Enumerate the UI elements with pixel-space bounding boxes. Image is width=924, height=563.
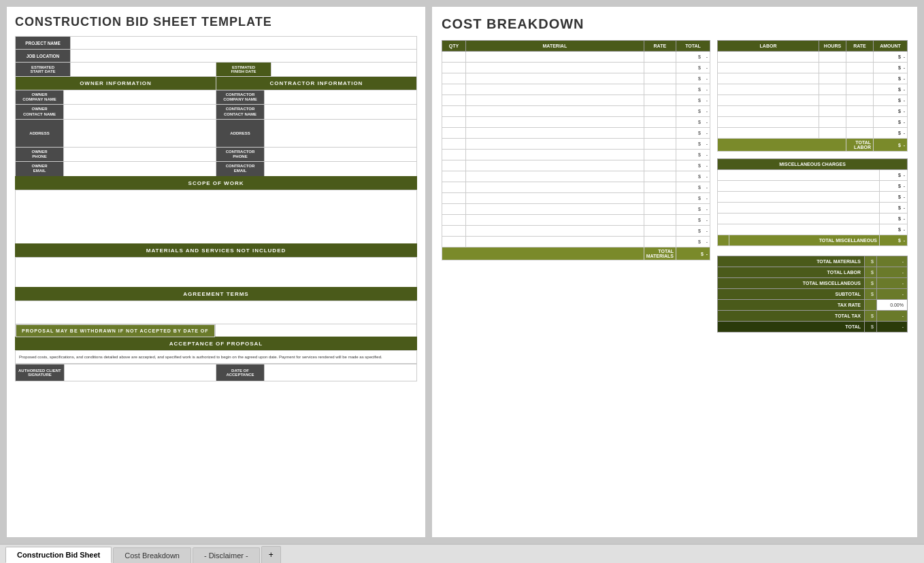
mat-material[interactable] <box>466 182 644 193</box>
misc-amount[interactable]: $ - <box>879 214 907 224</box>
mat-material[interactable] <box>466 128 644 139</box>
mat-qty[interactable] <box>442 204 466 215</box>
misc-desc[interactable] <box>718 181 880 192</box>
client-signature-value[interactable] <box>64 364 216 381</box>
labor-desc[interactable] <box>718 52 819 63</box>
mat-rate[interactable] <box>644 160 676 171</box>
labor-amount[interactable]: $ - <box>874 52 908 63</box>
mat-total[interactable]: $ - <box>676 128 710 139</box>
mat-rate[interactable] <box>644 106 676 117</box>
mat-qty[interactable] <box>442 52 466 63</box>
labor-rate[interactable] <box>846 63 874 73</box>
mat-total[interactable]: $ - <box>676 171 710 182</box>
mat-qty[interactable] <box>442 160 466 171</box>
misc-desc[interactable] <box>718 203 880 214</box>
mat-qty[interactable] <box>442 106 466 117</box>
labor-amount[interactable]: $ - <box>874 117 908 128</box>
mat-rate[interactable] <box>644 182 676 193</box>
mat-rate[interactable] <box>644 139 676 150</box>
mat-total[interactable]: $ - <box>676 150 710 160</box>
contractor-company-value[interactable] <box>264 90 416 104</box>
mat-material[interactable] <box>466 171 644 182</box>
tab-construction-bid-sheet[interactable]: Construction Bid Sheet <box>5 547 112 563</box>
mat-material[interactable] <box>466 160 644 171</box>
mat-total[interactable]: $ - <box>676 106 710 117</box>
mat-total[interactable]: $ - <box>676 139 710 150</box>
mat-qty[interactable] <box>442 63 466 73</box>
labor-amount[interactable]: $ - <box>874 84 908 95</box>
labor-desc[interactable] <box>718 106 819 117</box>
date-acceptance-value[interactable] <box>264 364 416 381</box>
mat-rate[interactable] <box>644 237 676 248</box>
labor-hours[interactable] <box>819 117 846 128</box>
mat-rate[interactable] <box>644 95 676 106</box>
tab-disclaimer[interactable]: - Disclaimer - <box>193 547 260 563</box>
labor-hours[interactable] <box>819 95 846 106</box>
mat-material[interactable] <box>466 215 644 226</box>
mat-rate[interactable] <box>644 171 676 182</box>
mat-qty[interactable] <box>442 237 466 248</box>
owner-phone-value[interactable] <box>63 148 216 161</box>
mat-total[interactable]: $ - <box>676 63 710 73</box>
mat-rate[interactable] <box>644 204 676 215</box>
mat-total[interactable]: $ - <box>676 215 710 226</box>
mat-material[interactable] <box>466 63 644 73</box>
mat-rate[interactable] <box>644 215 676 226</box>
misc-amount[interactable]: $ - <box>879 192 907 203</box>
mat-qty[interactable] <box>442 73 466 84</box>
labor-desc[interactable] <box>718 84 819 95</box>
mat-qty[interactable] <box>442 171 466 182</box>
scope-of-work-content[interactable] <box>15 190 417 244</box>
mat-rate[interactable] <box>644 193 676 204</box>
mat-total[interactable]: $ - <box>676 95 710 106</box>
mat-material[interactable] <box>466 226 644 237</box>
mat-rate[interactable] <box>644 63 676 73</box>
start-date-value[interactable] <box>70 63 216 76</box>
mat-material[interactable] <box>466 73 644 84</box>
project-name-value[interactable] <box>70 37 416 49</box>
labor-hours[interactable] <box>819 52 846 63</box>
mat-qty[interactable] <box>442 128 466 139</box>
misc-desc[interactable] <box>718 170 880 181</box>
labor-desc[interactable] <box>718 73 819 84</box>
mat-material[interactable] <box>466 52 644 63</box>
labor-hours[interactable] <box>819 106 846 117</box>
mat-material[interactable] <box>466 193 644 204</box>
contractor-contact-value[interactable] <box>264 105 416 118</box>
misc-amount[interactable]: $ - <box>879 181 907 192</box>
labor-rate[interactable] <box>846 128 874 139</box>
labor-rate[interactable] <box>846 84 874 95</box>
labor-amount[interactable]: $ - <box>874 95 908 106</box>
misc-amount[interactable]: $ - <box>879 170 907 181</box>
mat-material[interactable] <box>466 84 644 95</box>
owner-email-value[interactable] <box>63 162 216 175</box>
mat-qty[interactable] <box>442 95 466 106</box>
mat-material[interactable] <box>466 139 644 150</box>
mat-material[interactable] <box>466 150 644 160</box>
mat-total[interactable]: $ - <box>676 237 710 248</box>
tab-cost-breakdown[interactable]: Cost Breakdown <box>113 547 191 563</box>
mat-total[interactable]: $ - <box>676 160 710 171</box>
mat-material[interactable] <box>466 106 644 117</box>
mat-material[interactable] <box>466 204 644 215</box>
job-location-value[interactable] <box>70 50 416 62</box>
mat-material[interactable] <box>466 237 644 248</box>
mat-total[interactable]: $ - <box>676 193 710 204</box>
mat-qty[interactable] <box>442 193 466 204</box>
mat-material[interactable] <box>466 117 644 128</box>
mat-qty[interactable] <box>442 226 466 237</box>
owner-address-value[interactable] <box>63 120 216 147</box>
mat-qty[interactable] <box>442 117 466 128</box>
materials-not-included-content[interactable] <box>15 257 417 288</box>
labor-rate[interactable] <box>846 117 874 128</box>
contractor-address-value[interactable] <box>264 120 416 147</box>
misc-desc[interactable] <box>718 192 880 203</box>
labor-rate[interactable] <box>846 106 874 117</box>
mat-total[interactable]: $ - <box>676 182 710 193</box>
mat-total[interactable]: $ - <box>676 73 710 84</box>
contractor-email-value[interactable] <box>264 162 416 175</box>
labor-desc[interactable] <box>718 95 819 106</box>
mat-rate[interactable] <box>644 128 676 139</box>
agreement-terms-content[interactable] <box>15 301 417 324</box>
mat-total[interactable]: $ - <box>676 204 710 215</box>
